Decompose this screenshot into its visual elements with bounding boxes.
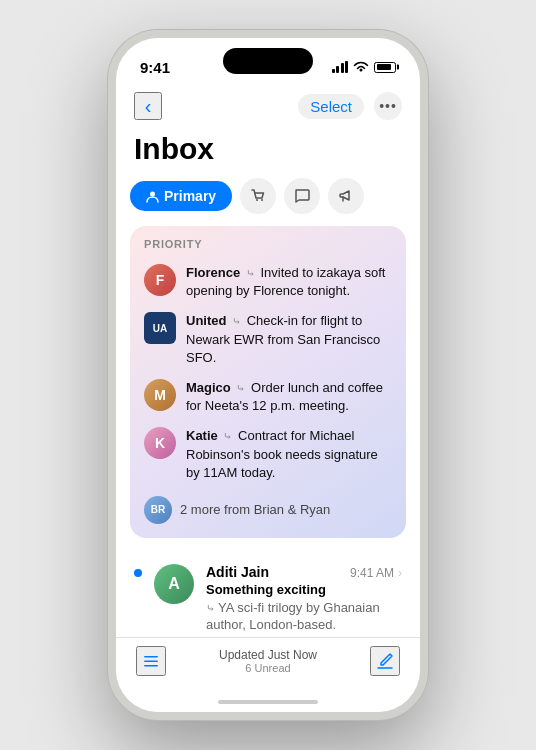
priority-more[interactable]: BR 2 more from Brian & Ryan (130, 488, 406, 532)
priority-text-magico: Magico ⤷ Order lunch and coffee for Neet… (186, 379, 392, 415)
phone-screen: 9:41 (116, 38, 420, 712)
dynamic-island (223, 48, 313, 74)
compose-list-button[interactable] (136, 646, 166, 676)
chat-icon (294, 188, 310, 204)
person-icon (146, 190, 159, 203)
reply-icon: ⤷ (236, 382, 245, 394)
priority-card: PRIORITY F Florence ⤷ Invited to izakaya… (130, 226, 406, 538)
svg-point-2 (261, 199, 263, 201)
cart-icon (250, 188, 266, 204)
reply-icon: ⤷ (223, 430, 232, 442)
svg-point-0 (150, 191, 155, 196)
priority-item-united[interactable]: UA United ⤷ Check-in for flight to Newar… (130, 306, 406, 373)
priority-text-florence: Florence ⤷ Invited to izakaya soft openi… (186, 264, 392, 300)
svg-rect-5 (144, 665, 158, 667)
more-button[interactable]: ••• (374, 92, 402, 120)
priority-text-katie: Katie ⤷ Contract for Michael Robinson's … (186, 427, 392, 482)
priority-item-magico[interactable]: M Magico ⤷ Order lunch and coffee for Ne… (130, 373, 406, 421)
email-item-aditi[interactable]: A Aditi Jain 9:41 AM › Something excitin… (116, 552, 420, 637)
reply-icon: ⤷ (206, 602, 218, 614)
avatar-katie: K (144, 427, 176, 459)
priority-text-united: United ⤷ Check-in for flight to Newark E… (186, 312, 392, 367)
home-indicator (116, 692, 420, 712)
tab-promotions[interactable] (328, 178, 364, 214)
tab-shopping[interactable] (240, 178, 276, 214)
tab-messages[interactable] (284, 178, 320, 214)
avatar-aditi-email: A (154, 564, 194, 604)
sender-name: Katie (186, 428, 218, 443)
signal-icon (332, 61, 349, 73)
list-icon (141, 651, 161, 671)
inbox-title: Inbox (116, 128, 420, 178)
bottom-status: Updated Just Now 6 Unread (166, 648, 370, 674)
email-content-aditi: Aditi Jain 9:41 AM › Something exciting … (206, 564, 402, 634)
svg-rect-4 (144, 661, 158, 663)
email-time: 9:41 AM (350, 566, 394, 580)
avatar-group: BR (144, 496, 172, 524)
sender-name: Magico (186, 380, 231, 395)
email-preview: ⤷ YA sci-fi trilogy by Ghanaian author, … (206, 599, 402, 634)
unread-dot (134, 569, 142, 577)
bottom-bar: Updated Just Now 6 Unread (116, 637, 420, 692)
tab-row: Primary (116, 178, 420, 226)
avatar-florence: F (144, 264, 176, 296)
email-subject: Something exciting (206, 582, 402, 597)
megaphone-icon (338, 188, 354, 204)
content-area: Inbox Primary (116, 128, 420, 637)
wifi-icon (353, 61, 369, 73)
compose-icon (375, 651, 395, 671)
priority-item-katie[interactable]: K Katie ⤷ Contract for Michael Robinson'… (130, 421, 406, 488)
email-time-row: 9:41 AM › (350, 566, 402, 580)
chevron-right-icon: › (398, 566, 402, 580)
priority-label: PRIORITY (130, 238, 406, 258)
bottom-updated-text: Updated Just Now (166, 648, 370, 662)
back-button[interactable]: ‹ (134, 92, 162, 120)
avatar-united: UA (144, 312, 176, 344)
reply-icon: ⤷ (246, 267, 255, 279)
phone-frame: 9:41 (108, 30, 428, 720)
reply-icon: ⤷ (232, 315, 241, 327)
priority-item-florence[interactable]: F Florence ⤷ Invited to izakaya soft ope… (130, 258, 406, 306)
chevron-left-icon: ‹ (145, 96, 152, 116)
tab-primary[interactable]: Primary (130, 181, 232, 211)
battery-icon (374, 62, 396, 73)
email-header: Aditi Jain 9:41 AM › (206, 564, 402, 580)
bottom-unread-text: 6 Unread (166, 662, 370, 674)
svg-rect-3 (144, 656, 158, 658)
status-icons (332, 61, 397, 73)
nav-actions: Select ••• (298, 92, 402, 120)
svg-point-1 (256, 199, 258, 201)
select-button[interactable]: Select (298, 94, 364, 119)
sender-name: Florence (186, 265, 240, 280)
home-bar (218, 700, 318, 704)
priority-more-text: 2 more from Brian & Ryan (180, 502, 330, 517)
status-time: 9:41 (140, 59, 170, 76)
nav-bar: ‹ Select ••• (116, 88, 420, 128)
compose-button[interactable] (370, 646, 400, 676)
tab-primary-label: Primary (164, 188, 216, 204)
sender-name: United (186, 313, 226, 328)
email-sender: Aditi Jain (206, 564, 269, 580)
avatar-magico: M (144, 379, 176, 411)
